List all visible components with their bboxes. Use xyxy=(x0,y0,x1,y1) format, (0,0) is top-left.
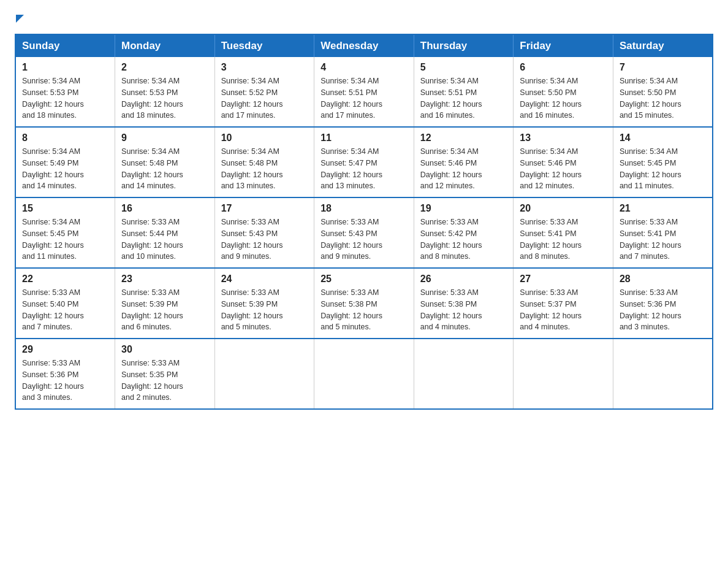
day-number: 23 xyxy=(121,274,208,285)
calendar-cell: 17Sunrise: 5:33 AMSunset: 5:43 PMDayligh… xyxy=(214,197,314,268)
day-info: Sunrise: 5:33 AMSunset: 5:36 PMDaylight:… xyxy=(22,358,108,404)
day-number: 6 xyxy=(520,62,607,73)
day-info: Sunrise: 5:33 AMSunset: 5:43 PMDaylight:… xyxy=(320,216,408,262)
day-info: Sunrise: 5:34 AMSunset: 5:46 PMDaylight:… xyxy=(520,146,607,192)
day-number: 9 xyxy=(121,132,208,144)
day-number: 25 xyxy=(320,274,408,285)
day-info: Sunrise: 5:34 AMSunset: 5:48 PMDaylight:… xyxy=(121,146,208,192)
day-info: Sunrise: 5:33 AMSunset: 5:38 PMDaylight:… xyxy=(420,287,507,333)
weekday-header-monday: Monday xyxy=(115,34,215,57)
day-number: 2 xyxy=(121,62,208,73)
day-number: 24 xyxy=(221,274,308,285)
calendar-cell: 9Sunrise: 5:34 AMSunset: 5:48 PMDaylight… xyxy=(115,127,215,197)
day-number: 15 xyxy=(22,203,108,214)
calendar-cell xyxy=(414,339,514,409)
day-info: Sunrise: 5:33 AMSunset: 5:41 PMDaylight:… xyxy=(620,216,706,262)
day-info: Sunrise: 5:33 AMSunset: 5:40 PMDaylight:… xyxy=(22,287,108,333)
day-number: 28 xyxy=(620,274,706,285)
day-info: Sunrise: 5:33 AMSunset: 5:43 PMDaylight:… xyxy=(221,216,308,262)
weekday-header-sunday: Sunday xyxy=(15,34,115,57)
calendar-header-row: SundayMondayTuesdayWednesdayThursdayFrid… xyxy=(15,34,713,57)
calendar-cell: 25Sunrise: 5:33 AMSunset: 5:38 PMDayligh… xyxy=(314,268,414,339)
weekday-header-tuesday: Tuesday xyxy=(214,34,314,57)
day-info: Sunrise: 5:33 AMSunset: 5:36 PMDaylight:… xyxy=(620,287,706,333)
day-info: Sunrise: 5:33 AMSunset: 5:42 PMDaylight:… xyxy=(420,216,507,262)
calendar-cell: 10Sunrise: 5:34 AMSunset: 5:48 PMDayligh… xyxy=(214,127,314,197)
day-number: 5 xyxy=(420,62,507,73)
day-number: 18 xyxy=(320,203,408,214)
weekday-header-friday: Friday xyxy=(514,34,613,57)
calendar-cell: 15Sunrise: 5:34 AMSunset: 5:45 PMDayligh… xyxy=(15,197,115,268)
day-number: 29 xyxy=(22,344,108,355)
calendar-cell: 5Sunrise: 5:34 AMSunset: 5:51 PMDaylight… xyxy=(414,57,514,127)
calendar-week-row: 8Sunrise: 5:34 AMSunset: 5:49 PMDaylight… xyxy=(15,127,713,197)
day-info: Sunrise: 5:33 AMSunset: 5:44 PMDaylight:… xyxy=(121,216,208,262)
page-header xyxy=(15,15,713,23)
calendar-cell xyxy=(314,339,414,409)
calendar-cell: 19Sunrise: 5:33 AMSunset: 5:42 PMDayligh… xyxy=(414,197,514,268)
day-number: 3 xyxy=(221,62,308,73)
calendar-cell: 24Sunrise: 5:33 AMSunset: 5:39 PMDayligh… xyxy=(214,268,314,339)
calendar-cell: 3Sunrise: 5:34 AMSunset: 5:52 PMDaylight… xyxy=(214,57,314,127)
day-info: Sunrise: 5:34 AMSunset: 5:52 PMDaylight:… xyxy=(221,75,308,121)
day-number: 21 xyxy=(620,203,706,214)
calendar-cell: 29Sunrise: 5:33 AMSunset: 5:36 PMDayligh… xyxy=(15,339,115,409)
day-info: Sunrise: 5:34 AMSunset: 5:46 PMDaylight:… xyxy=(420,146,507,192)
day-number: 8 xyxy=(22,132,108,144)
calendar-week-row: 1Sunrise: 5:34 AMSunset: 5:53 PMDaylight… xyxy=(15,57,713,127)
day-number: 13 xyxy=(520,132,607,144)
calendar-cell: 6Sunrise: 5:34 AMSunset: 5:50 PMDaylight… xyxy=(514,57,613,127)
day-info: Sunrise: 5:33 AMSunset: 5:39 PMDaylight:… xyxy=(221,287,308,333)
calendar-cell xyxy=(613,339,713,409)
calendar-cell: 1Sunrise: 5:34 AMSunset: 5:53 PMDaylight… xyxy=(15,57,115,127)
day-number: 4 xyxy=(320,62,408,73)
calendar-cell: 23Sunrise: 5:33 AMSunset: 5:39 PMDayligh… xyxy=(115,268,215,339)
calendar-cell: 16Sunrise: 5:33 AMSunset: 5:44 PMDayligh… xyxy=(115,197,215,268)
calendar-cell: 7Sunrise: 5:34 AMSunset: 5:50 PMDaylight… xyxy=(613,57,713,127)
day-info: Sunrise: 5:34 AMSunset: 5:53 PMDaylight:… xyxy=(121,75,208,121)
day-info: Sunrise: 5:34 AMSunset: 5:51 PMDaylight:… xyxy=(320,75,408,121)
calendar-week-row: 15Sunrise: 5:34 AMSunset: 5:45 PMDayligh… xyxy=(15,197,713,268)
day-number: 1 xyxy=(22,62,108,73)
day-info: Sunrise: 5:34 AMSunset: 5:50 PMDaylight:… xyxy=(620,75,706,121)
day-info: Sunrise: 5:33 AMSunset: 5:37 PMDaylight:… xyxy=(520,287,607,333)
weekday-header-wednesday: Wednesday xyxy=(314,34,414,57)
day-number: 22 xyxy=(22,274,108,285)
day-info: Sunrise: 5:34 AMSunset: 5:48 PMDaylight:… xyxy=(221,146,308,192)
day-number: 20 xyxy=(520,203,607,214)
day-number: 16 xyxy=(121,203,208,214)
day-number: 17 xyxy=(221,203,308,214)
calendar-cell: 27Sunrise: 5:33 AMSunset: 5:37 PMDayligh… xyxy=(514,268,613,339)
day-info: Sunrise: 5:33 AMSunset: 5:41 PMDaylight:… xyxy=(520,216,607,262)
calendar-cell: 12Sunrise: 5:34 AMSunset: 5:46 PMDayligh… xyxy=(414,127,514,197)
day-number: 7 xyxy=(620,62,706,73)
day-number: 26 xyxy=(420,274,507,285)
day-info: Sunrise: 5:34 AMSunset: 5:51 PMDaylight:… xyxy=(420,75,507,121)
calendar-cell: 26Sunrise: 5:33 AMSunset: 5:38 PMDayligh… xyxy=(414,268,514,339)
day-number: 10 xyxy=(221,132,308,144)
day-number: 19 xyxy=(420,203,507,214)
day-info: Sunrise: 5:34 AMSunset: 5:47 PMDaylight:… xyxy=(320,146,408,192)
day-number: 27 xyxy=(520,274,607,285)
weekday-header-thursday: Thursday xyxy=(414,34,514,57)
calendar-cell xyxy=(214,339,314,409)
day-info: Sunrise: 5:34 AMSunset: 5:50 PMDaylight:… xyxy=(520,75,607,121)
day-info: Sunrise: 5:34 AMSunset: 5:53 PMDaylight:… xyxy=(22,75,108,121)
calendar-week-row: 22Sunrise: 5:33 AMSunset: 5:40 PMDayligh… xyxy=(15,268,713,339)
day-info: Sunrise: 5:33 AMSunset: 5:35 PMDaylight:… xyxy=(121,358,208,404)
calendar-cell: 8Sunrise: 5:34 AMSunset: 5:49 PMDaylight… xyxy=(15,127,115,197)
calendar-cell: 4Sunrise: 5:34 AMSunset: 5:51 PMDaylight… xyxy=(314,57,414,127)
calendar-cell: 11Sunrise: 5:34 AMSunset: 5:47 PMDayligh… xyxy=(314,127,414,197)
calendar-cell: 28Sunrise: 5:33 AMSunset: 5:36 PMDayligh… xyxy=(613,268,713,339)
day-info: Sunrise: 5:33 AMSunset: 5:39 PMDaylight:… xyxy=(121,287,208,333)
day-number: 14 xyxy=(620,132,706,144)
calendar-cell: 30Sunrise: 5:33 AMSunset: 5:35 PMDayligh… xyxy=(115,339,215,409)
calendar-cell: 21Sunrise: 5:33 AMSunset: 5:41 PMDayligh… xyxy=(613,197,713,268)
calendar-cell: 20Sunrise: 5:33 AMSunset: 5:41 PMDayligh… xyxy=(514,197,613,268)
calendar-table: SundayMondayTuesdayWednesdayThursdayFrid… xyxy=(15,34,713,410)
weekday-header-saturday: Saturday xyxy=(613,34,713,57)
calendar-cell: 14Sunrise: 5:34 AMSunset: 5:45 PMDayligh… xyxy=(613,127,713,197)
day-info: Sunrise: 5:34 AMSunset: 5:45 PMDaylight:… xyxy=(22,216,108,262)
calendar-cell: 2Sunrise: 5:34 AMSunset: 5:53 PMDaylight… xyxy=(115,57,215,127)
day-number: 11 xyxy=(320,132,408,144)
